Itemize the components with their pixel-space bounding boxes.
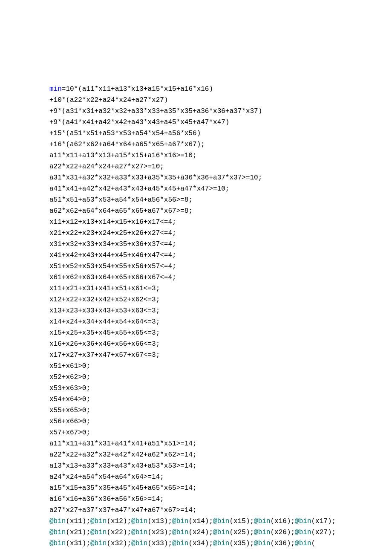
code-text: x56+x66>0;: [49, 418, 90, 425]
code-text: +9*(a31*x31+a32*x32+a33*x33+a35*x35+a36*…: [49, 107, 262, 115]
code-text: +10*(a22*x22+a24*x24+a27*x27): [49, 96, 168, 104]
function-name: @bin: [213, 540, 229, 547]
code-text: (x17);: [311, 517, 336, 525]
code-text: (x13);: [147, 517, 172, 525]
code-text: (x11);: [66, 517, 90, 525]
function-name: @bin: [49, 529, 66, 536]
code-text: (x35);: [229, 540, 254, 547]
code-text: x41+x42+x43+x44+x45+x46+x47<=4;: [49, 251, 176, 259]
code-text: (x36);: [270, 540, 295, 547]
function-name: @bin: [254, 540, 270, 547]
code-text: x11+x21+x31+x41+x51+x61<=3;: [49, 285, 160, 292]
code-text: (x32);: [107, 540, 131, 547]
keyword: min: [49, 85, 62, 93]
code-text: a27*x27+a37*x37+a47*x47+a67*x67>=14;: [49, 506, 197, 514]
code-text: a24*x24+a54*x54+a64*x64>=14;: [49, 473, 164, 481]
code-text: (x27);: [311, 529, 336, 536]
code-text: x51+x52+x53+x54+x55+x56+x57<=4;: [49, 263, 176, 270]
function-name: @bin: [213, 517, 229, 525]
code-text: x13+x23+x33+x43+x53+x63<=3;: [49, 307, 160, 315]
code-text: a13*x13+a33*x33+a43*x43+a53*x53>=14;: [49, 462, 197, 470]
code-text: x17+x27+x37+x47+x57+x67<=3;: [49, 351, 160, 359]
code-text: a22*x22+a24*x24+a27*x27>=10;: [49, 163, 164, 171]
code-text: x53+x63>0;: [49, 384, 90, 392]
code-text: x52+x62>0;: [49, 373, 90, 381]
code-text: (x16);: [270, 517, 295, 525]
code-text: x16+x26+x36+x46+x56+x66<=3;: [49, 340, 160, 348]
function-name: @bin: [295, 540, 311, 547]
code-listing: min=10*(a11*x11+a13*x13+a15*x15+a16*x16)…: [49, 84, 343, 549]
function-name: @bin: [49, 517, 66, 525]
function-name: @bin: [172, 540, 188, 547]
function-name: @bin: [213, 529, 229, 536]
code-text: a31*x31+a32*x32+a33*x33+a35*x35+a36*x36+…: [49, 174, 262, 182]
code-text: x61+x62+x63+x64+x65+x66+x67<=4;: [49, 274, 176, 281]
code-text: a41*x41+a42*x42+a43*x43+a45*x45+a47*x47>…: [49, 185, 229, 193]
code-text: x31+x32+x33+x34+x35+x36+x37<=4;: [49, 240, 176, 248]
function-name: @bin: [254, 529, 270, 536]
function-name: @bin: [172, 529, 188, 536]
code-text: (x21);: [66, 529, 90, 536]
code-text: +9*(a41*x41+a42*x42+a43*x43+a45*x45+a47*…: [49, 119, 229, 126]
code-text: x15+x25+x35+x45+x55+x65<=3;: [49, 329, 160, 337]
code-text: x55+x65>0;: [49, 407, 90, 414]
code-text: (: [311, 540, 316, 547]
code-text: (x25);: [229, 529, 254, 536]
code-text: x12+x22+x32+x42+x52+x62<=3;: [49, 296, 160, 304]
code-text: a11*x11+a13*x13+a15*x15+a16*x16>=10;: [49, 152, 197, 159]
code-text: (x24);: [188, 529, 213, 536]
function-name: @bin: [172, 517, 188, 525]
code-text: x11+x12+x13+x14+x15+x16+x17<=4;: [49, 218, 176, 226]
function-name: @bin: [90, 517, 107, 525]
code-text: (x33);: [147, 540, 172, 547]
function-name: @bin: [295, 517, 311, 525]
code-text: (x31);: [66, 540, 90, 547]
code-text: (x12);: [107, 517, 131, 525]
code-text: (x15);: [229, 517, 254, 525]
code-text: a16*x16+a36*x36+a56*x56>=14;: [49, 495, 164, 503]
code-text: (x34);: [188, 540, 213, 547]
code-text: (x23);: [147, 529, 172, 536]
function-name: @bin: [295, 529, 311, 536]
code-text: (x26);: [270, 529, 295, 536]
code-text: (x14);: [188, 517, 213, 525]
code-text: a22*x22+a32*x32+a42*x42+a62*x62>=14;: [49, 451, 197, 459]
function-name: @bin: [131, 529, 147, 536]
function-name: @bin: [131, 517, 147, 525]
code-text: a51*x51+a53*x53+a54*x54+a56*x56>=8;: [49, 196, 193, 204]
function-name: @bin: [90, 540, 107, 547]
code-text: +16*(a62*x62+a64*x64+a65*x65+a67*x67);: [49, 141, 205, 148]
code-text: a62*x62+a64*x64+a65*x65+a67*x67>=8;: [49, 207, 193, 215]
code-text: a15*x15+a35*x35+a45*x45+a65*x65>=14;: [49, 484, 197, 492]
code-text: x54+x64>0;: [49, 396, 90, 403]
function-name: @bin: [90, 529, 107, 536]
code-text: (x22);: [107, 529, 131, 536]
code-text: +15*(a51*x51+a53*x53+a54*x54+a56*x56): [49, 130, 201, 137]
code-text: a11*x11+a31*x31+a41*x41+a51*x51>=14;: [49, 440, 197, 448]
code-text: x14+x24+x34+x44+x54+x64<=3;: [49, 318, 160, 326]
code-text: =10*(a11*x11+a13*x13+a15*x15+a16*x16): [62, 85, 213, 93]
code-text: x57+x67>0;: [49, 429, 90, 436]
function-name: @bin: [49, 540, 66, 547]
function-name: @bin: [254, 517, 270, 525]
code-text: x21+x22+x23+x24+x25+x26+x27<=4;: [49, 229, 176, 237]
function-name: @bin: [131, 540, 147, 547]
code-text: x51+x61>0;: [49, 362, 90, 370]
